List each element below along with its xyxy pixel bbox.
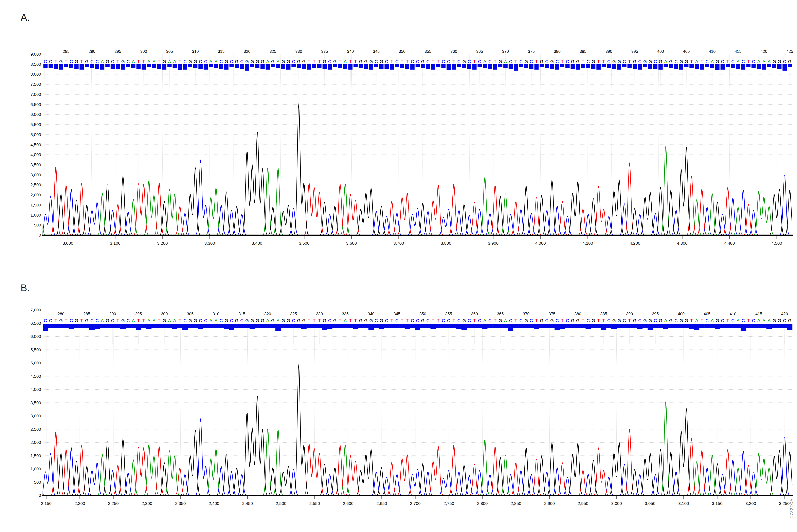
quality-bar	[106, 64, 110, 67]
quality-bar	[447, 64, 451, 70]
base-call-letter: G	[716, 59, 719, 64]
base-call-letter: T	[354, 59, 357, 64]
quality-bar	[483, 64, 487, 68]
quality-bar	[374, 64, 378, 67]
x-tick-label: 3,300	[205, 241, 215, 246]
quality-bar	[689, 324, 694, 329]
base-call-letter: C	[638, 59, 642, 64]
quality-bar	[281, 324, 286, 328]
quality-bar	[508, 324, 513, 330]
quality-bar	[146, 324, 151, 329]
base-call-letter: T	[432, 318, 434, 323]
quality-bar	[79, 324, 84, 328]
quality-bar	[669, 64, 673, 68]
quality-bar	[286, 64, 291, 70]
quality-bar	[498, 64, 502, 67]
quality-bar	[586, 324, 591, 329]
quality-bar	[173, 64, 177, 68]
quality-bar	[741, 324, 746, 330]
base-call-letter: C	[70, 59, 73, 64]
quality-bar	[111, 64, 115, 69]
quality-bar	[271, 64, 275, 67]
quality-bar	[571, 64, 575, 69]
y-tick-label: 0	[39, 493, 41, 498]
base-call-letter: G	[643, 59, 647, 64]
quality-bar	[286, 324, 291, 328]
y-tick-label: 3,500	[30, 163, 41, 167]
base-call-letter: G	[261, 318, 264, 323]
base-call-letter: C	[184, 318, 187, 323]
base-call-letter: C	[519, 59, 523, 64]
base-call-letter: C	[375, 318, 378, 323]
quality-bar	[529, 324, 534, 328]
quality-bar	[151, 324, 156, 328]
base-call-letter: G	[121, 318, 125, 323]
ruler-label: 350	[419, 311, 426, 316]
quality-bar	[43, 324, 48, 330]
base-call-letter: C	[555, 318, 559, 323]
base-call-letter: G	[302, 318, 306, 323]
x-tick-label: 2,150	[41, 501, 52, 506]
base-call-letter: T	[690, 318, 693, 323]
y-tick-label: 0	[39, 233, 41, 238]
quality-bar	[628, 64, 632, 68]
quality-bar	[291, 64, 296, 67]
base-call-letter: C	[721, 59, 724, 64]
x-tick-label: 2,300	[141, 501, 152, 506]
base-call-letter: T	[349, 318, 352, 323]
quality-bar	[317, 64, 322, 68]
quality-bar	[389, 324, 394, 328]
base-call-letter: G	[669, 318, 672, 323]
base-call-letter: A	[101, 59, 104, 64]
trace-A	[43, 401, 792, 495]
quality-bar	[239, 324, 245, 328]
base-call-letter: C	[292, 59, 295, 64]
ruler-label: 285	[63, 49, 69, 54]
quality-bar	[54, 64, 58, 69]
ruler-label: 385	[600, 311, 607, 316]
base-call-letter: T	[473, 318, 476, 323]
y-tick-label: 6,500	[30, 321, 41, 326]
ruler-label: 390	[626, 311, 633, 316]
base-call-letter: G	[323, 59, 326, 64]
base-call-letter: T	[308, 318, 310, 323]
quality-bar	[503, 324, 508, 328]
quality-bar	[425, 324, 431, 328]
quality-bar	[188, 64, 192, 67]
base-call-letter: G	[121, 59, 125, 64]
y-tick-label: 8,500	[30, 62, 41, 66]
base-call-letter: G	[669, 59, 672, 64]
base-call-letter: A	[768, 318, 771, 323]
quality-bar	[374, 324, 379, 328]
quality-bar	[684, 324, 689, 328]
quality-bar	[431, 64, 435, 70]
base-call-letter: T	[437, 318, 439, 323]
base-call-letter: G	[235, 59, 239, 64]
y-tick-label: 9,000	[30, 52, 41, 56]
ruler-label: 330	[316, 311, 323, 316]
x-tick-label: 2,500	[276, 501, 287, 506]
y-tick-label: 2,500	[30, 427, 41, 432]
base-call-letter: T	[690, 59, 693, 64]
base-call-letter: T	[602, 59, 605, 64]
quality-bar	[333, 64, 337, 67]
quality-bar	[53, 324, 58, 328]
x-tick-label: 3,000	[63, 241, 73, 246]
ruler-label: 415	[735, 49, 741, 54]
x-tick-label: 2,250	[108, 501, 119, 506]
quality-bar	[270, 324, 276, 328]
quality-bar	[410, 64, 415, 70]
base-call-letter: C	[426, 59, 430, 64]
base-call-letter: G	[612, 318, 616, 323]
base-call-letter: T	[747, 59, 750, 64]
base-call-letter: T	[80, 59, 83, 64]
quality-bar	[358, 324, 363, 328]
y-tick-label: 2,500	[30, 183, 41, 187]
quality-bar	[726, 64, 730, 67]
y-tick-label: 1,000	[30, 467, 41, 471]
base-call-letter: C	[607, 59, 610, 64]
quality-bar	[684, 64, 689, 67]
base-call-letter: C	[395, 59, 399, 64]
base-call-letter: C	[204, 318, 207, 323]
quality-bar	[410, 324, 415, 328]
